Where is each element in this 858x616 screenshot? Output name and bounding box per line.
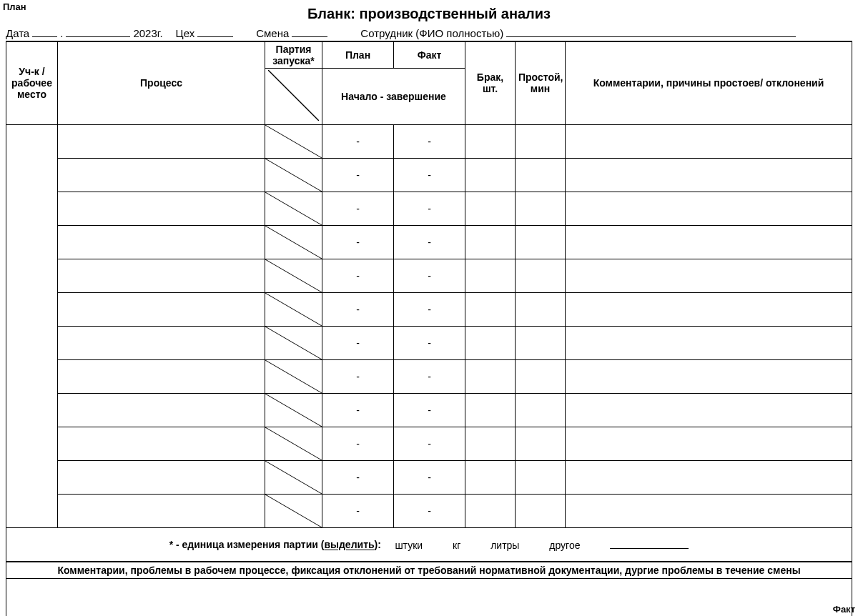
- comment-cell[interactable]: [566, 427, 852, 460]
- unit-option-liters[interactable]: литры: [490, 540, 519, 551]
- batch-cell[interactable]: [265, 393, 322, 427]
- fact-cell[interactable]: -: [394, 124, 465, 158]
- fact-cell[interactable]: -: [394, 292, 465, 326]
- process-cell[interactable]: [58, 326, 265, 359]
- comment-cell[interactable]: [566, 292, 852, 326]
- comment-cell[interactable]: [566, 460, 852, 494]
- batch-cell[interactable]: [265, 359, 322, 393]
- process-cell[interactable]: [58, 225, 265, 259]
- comment-cell[interactable]: [566, 225, 852, 259]
- downtime-cell[interactable]: [516, 359, 566, 393]
- downtime-cell[interactable]: [516, 494, 566, 527]
- plan-cell[interactable]: -: [322, 292, 394, 326]
- fact-cell[interactable]: -: [394, 359, 465, 393]
- fact-cell[interactable]: -: [394, 494, 465, 527]
- defect-cell[interactable]: [465, 494, 516, 527]
- plan-cell[interactable]: -: [322, 259, 394, 292]
- comment-cell[interactable]: [566, 192, 852, 225]
- batch-cell[interactable]: [265, 326, 322, 359]
- process-cell[interactable]: [58, 124, 265, 158]
- fact-cell[interactable]: -: [394, 393, 465, 427]
- downtime-cell[interactable]: [516, 225, 566, 259]
- comments-body[interactable]: [6, 579, 852, 617]
- plan-cell[interactable]: -: [322, 393, 394, 427]
- defect-cell[interactable]: [465, 359, 516, 393]
- process-cell[interactable]: [58, 494, 265, 527]
- svg-line-8: [265, 360, 322, 393]
- downtime-cell[interactable]: [516, 192, 566, 225]
- fact-cell[interactable]: -: [394, 326, 465, 359]
- batch-cell[interactable]: [265, 225, 322, 259]
- defect-cell[interactable]: [465, 158, 516, 192]
- plan-cell[interactable]: -: [322, 225, 394, 259]
- fact-cell[interactable]: -: [394, 225, 465, 259]
- comment-cell[interactable]: [566, 359, 852, 393]
- fact-cell[interactable]: -: [394, 192, 465, 225]
- comment-cell[interactable]: [566, 158, 852, 192]
- unit-other-field[interactable]: [610, 537, 689, 548]
- fact-cell[interactable]: -: [394, 460, 465, 494]
- downtime-cell[interactable]: [516, 124, 566, 158]
- defect-cell[interactable]: [465, 427, 516, 460]
- batch-cell[interactable]: [265, 292, 322, 326]
- date-day-field[interactable]: [32, 25, 57, 37]
- unit-option-other[interactable]: другое: [549, 540, 580, 551]
- plan-cell[interactable]: -: [322, 124, 394, 158]
- downtime-cell[interactable]: [516, 158, 566, 192]
- date-label: Дата: [6, 27, 29, 39]
- plan-cell[interactable]: -: [322, 158, 394, 192]
- defect-cell[interactable]: [465, 124, 516, 158]
- defect-cell[interactable]: [465, 292, 516, 326]
- unit-option-kg[interactable]: кг: [453, 540, 460, 551]
- plan-cell[interactable]: -: [322, 427, 394, 460]
- batch-cell[interactable]: [265, 158, 322, 192]
- plan-cell[interactable]: -: [322, 460, 394, 494]
- plan-cell[interactable]: -: [322, 359, 394, 393]
- comment-cell[interactable]: [566, 393, 852, 427]
- unit-option-pieces[interactable]: штуки: [395, 540, 423, 551]
- fact-cell[interactable]: -: [394, 259, 465, 292]
- defect-cell[interactable]: [465, 192, 516, 225]
- downtime-cell[interactable]: [516, 292, 566, 326]
- fact-cell[interactable]: -: [394, 158, 465, 192]
- defect-cell[interactable]: [465, 460, 516, 494]
- defect-cell[interactable]: [465, 326, 516, 359]
- defect-cell[interactable]: [465, 259, 516, 292]
- table-row: - -: [6, 259, 852, 292]
- downtime-cell[interactable]: [516, 393, 566, 427]
- process-cell[interactable]: [58, 393, 265, 427]
- process-cell[interactable]: [58, 158, 265, 192]
- comment-cell[interactable]: [566, 494, 852, 527]
- batch-cell[interactable]: [265, 192, 322, 225]
- plan-cell[interactable]: -: [322, 192, 394, 225]
- date-month-field[interactable]: [66, 25, 130, 37]
- process-cell[interactable]: [58, 460, 265, 494]
- process-cell[interactable]: [58, 192, 265, 225]
- plan-cell[interactable]: -: [322, 326, 394, 359]
- workplace-cell[interactable]: [6, 124, 58, 527]
- shop-field[interactable]: [197, 25, 233, 37]
- batch-cell[interactable]: [265, 460, 322, 494]
- downtime-cell[interactable]: [516, 427, 566, 460]
- downtime-cell[interactable]: [516, 326, 566, 359]
- fact-cell[interactable]: -: [394, 427, 465, 460]
- batch-cell[interactable]: [265, 494, 322, 527]
- comment-cell[interactable]: [566, 124, 852, 158]
- plan-cell[interactable]: -: [322, 494, 394, 527]
- comment-cell[interactable]: [566, 259, 852, 292]
- batch-cell[interactable]: [265, 124, 322, 158]
- defect-cell[interactable]: [465, 225, 516, 259]
- employee-field[interactable]: [506, 25, 796, 37]
- process-cell[interactable]: [58, 427, 265, 460]
- defect-cell[interactable]: [465, 393, 516, 427]
- process-cell[interactable]: [58, 259, 265, 292]
- shift-field[interactable]: [292, 25, 327, 37]
- downtime-cell[interactable]: [516, 259, 566, 292]
- batch-cell[interactable]: [265, 427, 322, 460]
- th-comment: Комментарии, причины простоев/ отклонени…: [566, 41, 852, 124]
- process-cell[interactable]: [58, 292, 265, 326]
- comment-cell[interactable]: [566, 326, 852, 359]
- batch-cell[interactable]: [265, 259, 322, 292]
- process-cell[interactable]: [58, 359, 265, 393]
- downtime-cell[interactable]: [516, 460, 566, 494]
